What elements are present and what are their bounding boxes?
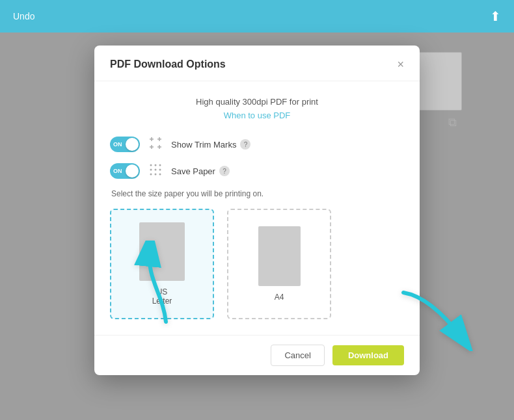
when-to-use-pdf-link[interactable]: When to use PDF [110, 111, 404, 120]
modal-close-button[interactable]: × [397, 59, 404, 70]
save-paper-icon [148, 163, 163, 180]
trim-marks-help-icon[interactable]: ? [240, 139, 250, 150]
cancel-button[interactable]: Cancel [271, 345, 324, 366]
svg-point-15 [155, 173, 157, 175]
svg-point-9 [155, 164, 157, 166]
modal-body: High quality 300dpi PDF for print When t… [94, 81, 420, 335]
modal-footer: Cancel Download [94, 335, 420, 375]
toggle1-on-label: ON [113, 141, 122, 148]
svg-point-14 [150, 173, 152, 175]
toggle2-knob [126, 164, 139, 177]
paper-option-us-letter[interactable]: USLetter [110, 209, 214, 319]
us-letter-label: USLetter [152, 287, 172, 306]
paper-option-a4[interactable]: A4 [227, 209, 331, 319]
paper-options: USLetter A4 [110, 209, 404, 319]
save-paper-toggle[interactable]: ON [110, 163, 140, 179]
show-trim-marks-label: Show Trim Marks ? [171, 139, 250, 150]
pdf-download-modal: PDF Download Options × High quality 300d… [94, 46, 420, 375]
save-paper-help-icon[interactable]: ? [219, 166, 230, 176]
svg-point-13 [159, 168, 161, 170]
svg-point-16 [159, 173, 161, 175]
show-trim-marks-row: ON Show [110, 136, 404, 153]
trim-marks-icon [148, 136, 163, 153]
toggle2-on-label: ON [113, 168, 122, 174]
save-paper-label: Save Paper ? [171, 166, 230, 176]
paper-select-label: Select the size paper you will be printi… [111, 189, 404, 198]
us-letter-thumbnail [139, 222, 185, 281]
modal-overlay: PDF Download Options × High quality 300d… [0, 0, 514, 420]
save-paper-row: ON [110, 163, 404, 180]
modal-title: PDF Download Options [110, 59, 226, 70]
a4-thumbnail [258, 226, 301, 286]
svg-point-11 [150, 168, 152, 170]
toggle1-knob [126, 138, 139, 151]
svg-point-12 [155, 168, 157, 170]
show-trim-marks-toggle[interactable]: ON [110, 137, 140, 152]
svg-point-10 [159, 164, 161, 166]
modal-description: High quality 300dpi PDF for print [110, 97, 404, 107]
modal-header: PDF Download Options × [94, 46, 420, 81]
a4-label: A4 [275, 293, 284, 302]
svg-point-8 [150, 164, 152, 166]
download-button[interactable]: Download [332, 345, 404, 365]
